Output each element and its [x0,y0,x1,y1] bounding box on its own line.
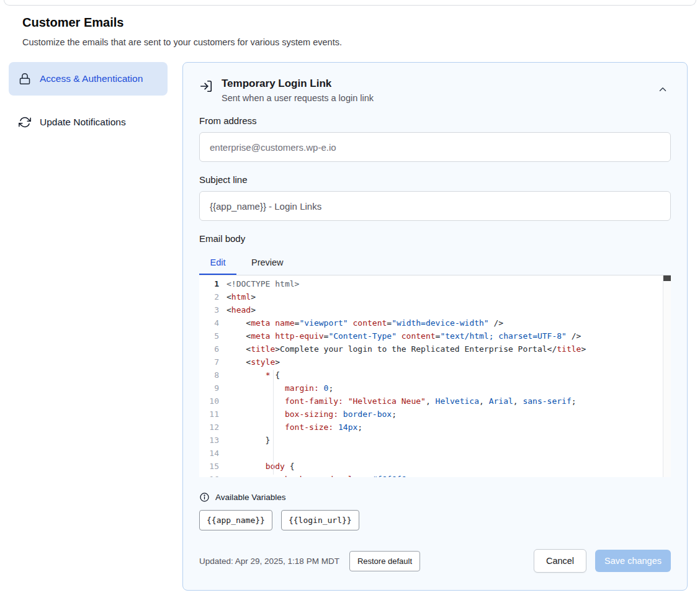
available-variables-label: Available Variables [215,493,286,502]
previous-section-border [4,0,696,6]
code-text: <meta name="viewport" content="width=dev… [227,316,503,329]
page-title: Customer Emails [22,16,678,30]
tab-edit[interactable]: Edit [199,250,236,275]
indent-guide [273,370,274,475]
refresh-icon [19,116,31,128]
line-number: 13 [199,434,227,447]
lock-icon [19,73,31,85]
restore-default-button[interactable]: Restore default [349,551,420,571]
available-variables-row: Available Variables [199,492,671,503]
line-number: 4 [199,316,227,329]
code-text: <!DOCTYPE html> [227,277,299,290]
save-changes-button[interactable]: Save changes [595,550,671,572]
variable-chips: {{app_name}} {{login_url}} [199,510,671,530]
main-layout: Access & Authentication Update Notificat… [0,62,700,591]
line-number: 12 [199,421,227,434]
code-line-15: 15 body { [199,460,671,473]
editor-scrollbar-thumb[interactable] [663,275,671,281]
line-number: 7 [199,355,227,369]
variable-chip-app-name[interactable]: {{app_name}} [199,510,272,530]
line-number: 3 [199,303,227,316]
login-icon [199,79,213,93]
code-line-7: 7 <style> [199,355,671,369]
sidebar-item-access-authentication[interactable]: Access & Authentication [9,62,168,96]
code-text: <meta http-equiv="Content-Type" content=… [227,329,581,342]
code-line-12: 12 font-size: 14px; [199,421,671,434]
code-line-9: 9 margin: 0; [199,382,671,395]
editor-scrollbar[interactable] [663,275,671,477]
sidebar-item-label: Update Notifications [40,115,126,130]
page-subtitle: Customize the emails that are sent to yo… [22,37,678,47]
code-line-10: 10 font-family: "Helvetica Neue", Helvet… [199,395,671,408]
email-settings-panel: Temporary Login Link Sent when a user re… [182,62,688,591]
panel-footer: Updated: Apr 29, 2025, 1:18 PM MDT Resto… [199,549,671,573]
panel-title: Temporary Login Link [222,78,374,90]
line-number: 8 [199,369,227,382]
code-text: * { [227,369,280,382]
code-text: font-size: 14px; [227,421,362,434]
from-address-input[interactable] [199,132,671,162]
code-line-11: 11 box-sizing: border-box; [199,408,671,421]
code-line-2: 2<html> [199,290,671,303]
sidebar: Access & Authentication Update Notificat… [9,62,168,139]
code-text: <title>Complete your login to the Replic… [227,342,586,355]
code-text: <html> [227,290,256,303]
line-number: 11 [199,408,227,421]
subject-line-label: Subject line [199,174,671,185]
code-text: body { [227,460,295,473]
sidebar-item-update-notifications[interactable]: Update Notifications [9,105,168,139]
from-address-label: From address [199,115,671,126]
code-line-16: 16 background-color: #f6f6f6; [199,473,671,477]
panel-subtitle: Sent when a user requests a login link [222,93,374,103]
line-number: 9 [199,382,227,395]
code-editor-lines: 1<!DOCTYPE html>2<html>3<head>4 <meta na… [199,275,671,477]
line-number: 6 [199,342,227,355]
updated-timestamp: Updated: Apr 29, 2025, 1:18 PM MDT [199,557,339,566]
code-text: box-sizing: border-box; [227,408,397,421]
editor-tabs: Edit Preview [199,250,671,275]
code-line-13: 13 } [199,434,671,447]
code-text: background-color: #f6f6f6; [227,473,411,477]
cancel-button[interactable]: Cancel [534,549,586,573]
code-line-6: 6 <title>Complete your login to the Repl… [199,342,671,355]
sidebar-item-label: Access & Authentication [40,71,143,86]
code-line-1: 1<!DOCTYPE html> [199,277,671,290]
code-text: margin: 0; [227,382,333,395]
code-editor[interactable]: 1<!DOCTYPE html>2<html>3<head>4 <meta na… [199,275,671,477]
code-line-3: 3<head> [199,303,671,316]
code-text: } [227,434,270,447]
panel-titles: Temporary Login Link Sent when a user re… [222,78,374,103]
code-text: font-family: "Helvetica Neue", Helvetica… [227,395,577,408]
code-line-14: 14 [199,447,671,460]
collapse-button[interactable] [655,81,671,97]
tab-preview[interactable]: Preview [236,250,298,275]
info-icon[interactable] [199,492,210,503]
line-number: 15 [199,460,227,473]
subject-line-input[interactable] [199,191,671,221]
variable-chip-login-url[interactable]: {{login_url}} [281,510,359,530]
code-text: <head> [227,303,256,316]
line-number: 10 [199,395,227,408]
code-line-8: 8 * { [199,369,671,382]
email-body-label: Email body [199,233,671,244]
line-number: 5 [199,329,227,342]
page-header: Customer Emails Customize the emails tha… [0,6,700,47]
line-number: 14 [199,447,227,460]
code-text: <style> [227,355,280,369]
line-number: 2 [199,290,227,303]
code-line-4: 4 <meta name="viewport" content="width=d… [199,316,671,329]
code-line-5: 5 <meta http-equiv="Content-Type" conten… [199,329,671,342]
line-number: 1 [199,277,227,290]
line-number: 16 [199,473,227,477]
panel-header: Temporary Login Link Sent when a user re… [199,78,671,103]
chevron-up-icon [657,84,668,95]
